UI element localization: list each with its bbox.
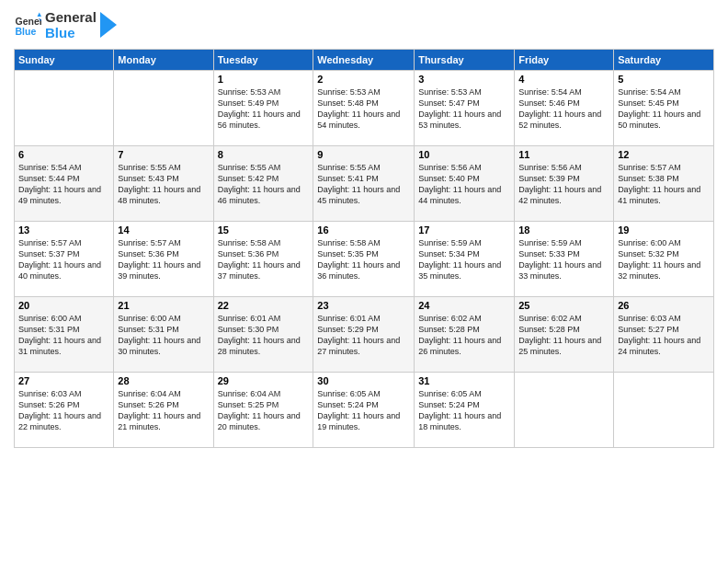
calendar-cell: 25Sunrise: 6:02 AM Sunset: 5:28 PM Dayli… [515,296,614,372]
day-info: Sunrise: 5:57 AM Sunset: 5:37 PM Dayligh… [18,237,109,282]
day-info: Sunrise: 5:54 AM Sunset: 5:44 PM Dayligh… [18,162,109,207]
day-number: 13 [18,224,109,236]
calendar-cell [15,70,114,145]
day-info: Sunrise: 5:56 AM Sunset: 5:40 PM Dayligh… [418,162,510,207]
week-row-3: 13Sunrise: 5:57 AM Sunset: 5:37 PM Dayli… [15,221,714,296]
calendar-cell: 7Sunrise: 5:55 AM Sunset: 5:43 PM Daylig… [114,145,213,221]
calendar-cell [114,70,213,145]
calendar-cell: 1Sunrise: 5:53 AM Sunset: 5:49 PM Daylig… [213,70,313,145]
day-number: 23 [317,300,410,311]
day-info: Sunrise: 5:55 AM Sunset: 5:41 PM Dayligh… [317,162,410,207]
calendar-cell: 4Sunrise: 5:54 AM Sunset: 5:46 PM Daylig… [515,70,614,145]
day-number: 31 [418,375,510,386]
day-number: 26 [618,300,710,311]
calendar-cell: 3Sunrise: 5:53 AM Sunset: 5:47 PM Daylig… [415,70,515,145]
calendar-cell: 14Sunrise: 5:57 AM Sunset: 5:36 PM Dayli… [114,221,213,296]
day-info: Sunrise: 5:57 AM Sunset: 5:38 PM Dayligh… [618,162,710,207]
calendar-cell: 5Sunrise: 5:54 AM Sunset: 5:45 PM Daylig… [614,70,714,145]
day-number: 25 [518,300,609,311]
header-saturday: Saturday [614,49,714,70]
svg-marker-2 [38,13,42,17]
day-number: 1 [218,74,310,85]
day-number: 12 [618,149,710,160]
day-info: Sunrise: 5:58 AM Sunset: 5:36 PM Dayligh… [218,237,310,282]
calendar-cell: 17Sunrise: 5:59 AM Sunset: 5:34 PM Dayli… [415,221,515,296]
calendar-cell: 20Sunrise: 6:00 AM Sunset: 5:31 PM Dayli… [15,296,114,372]
day-info: Sunrise: 5:55 AM Sunset: 5:43 PM Dayligh… [118,162,209,207]
day-number: 9 [317,149,410,160]
calendar-cell: 11Sunrise: 5:56 AM Sunset: 5:39 PM Dayli… [515,145,614,221]
calendar-cell: 15Sunrise: 5:58 AM Sunset: 5:36 PM Dayli… [213,221,313,296]
logo-blue: Blue [45,25,97,40]
calendar-header-row: SundayMondayTuesdayWednesdayThursdayFrid… [15,49,714,70]
day-number: 17 [418,224,510,236]
day-number: 30 [317,375,410,386]
day-info: Sunrise: 5:55 AM Sunset: 5:42 PM Dayligh… [218,162,310,207]
day-number: 6 [18,149,109,160]
calendar-table: SundayMondayTuesdayWednesdayThursdayFrid… [14,49,714,448]
week-row-1: 1Sunrise: 5:53 AM Sunset: 5:49 PM Daylig… [15,70,714,145]
calendar-container: General Blue General Blue SundayMondayTu… [0,0,728,563]
calendar-cell: 13Sunrise: 5:57 AM Sunset: 5:37 PM Dayli… [15,221,114,296]
week-row-4: 20Sunrise: 6:00 AM Sunset: 5:31 PM Dayli… [15,296,714,372]
calendar-cell: 22Sunrise: 6:01 AM Sunset: 5:30 PM Dayli… [213,296,313,372]
header-thursday: Thursday [415,49,515,70]
day-info: Sunrise: 6:04 AM Sunset: 5:25 PM Dayligh… [218,388,310,433]
calendar-cell: 31Sunrise: 6:05 AM Sunset: 5:24 PM Dayli… [415,372,515,447]
week-row-2: 6Sunrise: 5:54 AM Sunset: 5:44 PM Daylig… [15,145,714,221]
day-number: 7 [118,149,209,160]
day-number: 22 [218,300,310,311]
calendar-cell: 6Sunrise: 5:54 AM Sunset: 5:44 PM Daylig… [15,145,114,221]
calendar-cell: 27Sunrise: 6:03 AM Sunset: 5:26 PM Dayli… [15,372,114,447]
day-number: 21 [118,300,209,311]
calendar-cell: 16Sunrise: 5:58 AM Sunset: 5:35 PM Dayli… [313,221,415,296]
day-number: 15 [218,224,310,236]
day-number: 16 [317,224,410,236]
calendar-cell: 21Sunrise: 6:00 AM Sunset: 5:31 PM Dayli… [114,296,213,372]
logo-arrow-icon [100,12,117,38]
day-info: Sunrise: 6:03 AM Sunset: 5:26 PM Dayligh… [18,388,109,433]
calendar-cell: 2Sunrise: 5:53 AM Sunset: 5:48 PM Daylig… [313,70,415,145]
day-info: Sunrise: 5:57 AM Sunset: 5:36 PM Dayligh… [118,237,209,282]
svg-text:Blue: Blue [16,26,37,37]
calendar-cell: 26Sunrise: 6:03 AM Sunset: 5:27 PM Dayli… [614,296,714,372]
calendar-cell: 10Sunrise: 5:56 AM Sunset: 5:40 PM Dayli… [415,145,515,221]
day-number: 19 [618,224,710,236]
logo-icon: General Blue [14,11,41,39]
calendar-cell: 24Sunrise: 6:02 AM Sunset: 5:28 PM Dayli… [415,296,515,372]
day-number: 27 [18,375,109,386]
day-number: 11 [518,149,609,160]
calendar-cell: 8Sunrise: 5:55 AM Sunset: 5:42 PM Daylig… [213,145,313,221]
header-monday: Monday [114,49,213,70]
day-info: Sunrise: 6:04 AM Sunset: 5:26 PM Dayligh… [118,388,209,433]
day-info: Sunrise: 5:58 AM Sunset: 5:35 PM Dayligh… [317,237,410,282]
calendar-cell: 28Sunrise: 6:04 AM Sunset: 5:26 PM Dayli… [114,372,213,447]
day-info: Sunrise: 5:59 AM Sunset: 5:34 PM Dayligh… [418,237,510,282]
calendar-cell: 18Sunrise: 5:59 AM Sunset: 5:33 PM Dayli… [515,221,614,296]
day-number: 14 [118,224,209,236]
day-number: 10 [418,149,510,160]
calendar-cell [614,372,714,447]
logo-general: General [45,9,97,25]
logo: General Blue General Blue [14,9,117,41]
calendar-cell [515,372,614,447]
day-info: Sunrise: 6:05 AM Sunset: 5:24 PM Dayligh… [317,388,410,433]
day-number: 8 [218,149,310,160]
day-number: 2 [317,74,410,85]
day-number: 4 [518,74,609,85]
day-info: Sunrise: 5:56 AM Sunset: 5:39 PM Dayligh… [518,162,609,207]
calendar-cell: 23Sunrise: 6:01 AM Sunset: 5:29 PM Dayli… [313,296,415,372]
header-tuesday: Tuesday [213,49,313,70]
day-info: Sunrise: 5:59 AM Sunset: 5:33 PM Dayligh… [518,237,609,282]
day-number: 28 [118,375,209,386]
day-info: Sunrise: 6:02 AM Sunset: 5:28 PM Dayligh… [518,313,609,358]
day-number: 29 [218,375,310,386]
day-info: Sunrise: 5:53 AM Sunset: 5:47 PM Dayligh… [418,86,510,132]
header-sunday: Sunday [15,49,114,70]
day-number: 18 [518,224,609,236]
day-info: Sunrise: 6:00 AM Sunset: 5:32 PM Dayligh… [618,237,710,282]
day-info: Sunrise: 6:03 AM Sunset: 5:27 PM Dayligh… [618,313,710,358]
day-info: Sunrise: 6:05 AM Sunset: 5:24 PM Dayligh… [418,388,510,433]
calendar-cell: 30Sunrise: 6:05 AM Sunset: 5:24 PM Dayli… [313,372,415,447]
day-info: Sunrise: 5:54 AM Sunset: 5:46 PM Dayligh… [518,86,609,132]
